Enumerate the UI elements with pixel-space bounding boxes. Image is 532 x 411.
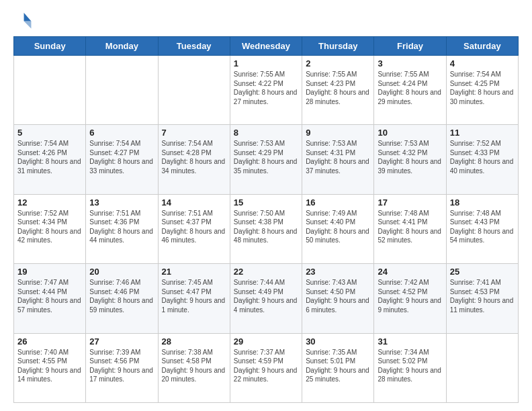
weekday-header: Saturday [446, 37, 518, 56]
weekday-header: Sunday [14, 37, 86, 56]
weekday-header-row: SundayMondayTuesdayWednesdayThursdayFrid… [14, 37, 519, 56]
day-number: 29 [234, 336, 298, 347]
calendar-cell: 23Sunrise: 7:43 AM Sunset: 4:50 PM Dayli… [302, 264, 374, 333]
day-info: Sunrise: 7:45 AM Sunset: 4:47 PM Dayligh… [162, 278, 226, 314]
calendar-week-row: 19Sunrise: 7:47 AM Sunset: 4:44 PM Dayli… [14, 264, 519, 333]
weekday-header: Friday [374, 37, 446, 56]
day-number: 23 [306, 267, 370, 277]
day-info: Sunrise: 7:51 AM Sunset: 4:36 PM Dayligh… [89, 209, 154, 245]
calendar-table: SundayMondayTuesdayWednesdayThursdayFrid… [13, 36, 519, 403]
calendar-cell: 19Sunrise: 7:47 AM Sunset: 4:44 PM Dayli… [14, 264, 86, 333]
day-info: Sunrise: 7:54 AM Sunset: 4:27 PM Dayligh… [89, 139, 154, 175]
calendar-cell: 4Sunrise: 7:54 AM Sunset: 4:25 PM Daylig… [446, 56, 518, 125]
day-info: Sunrise: 7:35 AM Sunset: 5:01 PM Dayligh… [306, 348, 370, 384]
weekday-header: Wednesday [230, 37, 302, 56]
weekday-header: Tuesday [158, 37, 230, 56]
day-info: Sunrise: 7:53 AM Sunset: 4:31 PM Dayligh… [306, 139, 370, 175]
calendar-cell: 28Sunrise: 7:38 AM Sunset: 4:58 PM Dayli… [158, 333, 230, 402]
day-info: Sunrise: 7:47 AM Sunset: 4:44 PM Dayligh… [17, 278, 82, 314]
day-number: 10 [378, 128, 442, 138]
day-number: 8 [234, 128, 298, 138]
day-info: Sunrise: 7:37 AM Sunset: 4:59 PM Dayligh… [234, 348, 298, 384]
day-number: 30 [306, 336, 370, 347]
calendar-cell [446, 333, 518, 402]
svg-marker-0 [24, 13, 32, 21]
page: SundayMondayTuesdayWednesdayThursdayFrid… [0, 0, 532, 411]
day-info: Sunrise: 7:51 AM Sunset: 4:37 PM Dayligh… [162, 209, 226, 245]
day-number: 12 [17, 197, 82, 208]
day-info: Sunrise: 7:40 AM Sunset: 4:55 PM Dayligh… [17, 348, 82, 384]
calendar-cell: 21Sunrise: 7:45 AM Sunset: 4:47 PM Dayli… [158, 264, 230, 333]
day-info: Sunrise: 7:41 AM Sunset: 4:53 PM Dayligh… [450, 278, 515, 314]
day-number: 18 [450, 197, 515, 208]
calendar-cell [86, 56, 158, 125]
calendar-week-row: 12Sunrise: 7:52 AM Sunset: 4:34 PM Dayli… [14, 194, 519, 263]
calendar-cell: 7Sunrise: 7:54 AM Sunset: 4:28 PM Daylig… [158, 125, 230, 194]
calendar-cell: 13Sunrise: 7:51 AM Sunset: 4:36 PM Dayli… [86, 194, 158, 263]
weekday-header: Thursday [302, 37, 374, 56]
calendar-cell: 2Sunrise: 7:55 AM Sunset: 4:23 PM Daylig… [302, 56, 374, 125]
day-number: 24 [378, 267, 442, 277]
day-number: 15 [234, 197, 298, 208]
day-number: 14 [162, 197, 226, 208]
day-info: Sunrise: 7:48 AM Sunset: 4:41 PM Dayligh… [378, 209, 442, 245]
day-number: 4 [450, 58, 515, 68]
calendar-body: 1Sunrise: 7:55 AM Sunset: 4:22 PM Daylig… [14, 56, 519, 403]
day-number: 31 [378, 336, 442, 347]
day-info: Sunrise: 7:49 AM Sunset: 4:40 PM Dayligh… [306, 209, 370, 245]
calendar-cell: 12Sunrise: 7:52 AM Sunset: 4:34 PM Dayli… [14, 194, 86, 263]
calendar-cell [158, 56, 230, 125]
logo [13, 11, 35, 30]
day-info: Sunrise: 7:46 AM Sunset: 4:46 PM Dayligh… [89, 278, 154, 314]
day-info: Sunrise: 7:52 AM Sunset: 4:34 PM Dayligh… [17, 209, 82, 245]
day-number: 17 [378, 197, 442, 208]
day-number: 5 [17, 128, 82, 138]
day-number: 9 [306, 128, 370, 138]
logo-icon [13, 11, 32, 30]
calendar-cell: 26Sunrise: 7:40 AM Sunset: 4:55 PM Dayli… [14, 333, 86, 402]
day-number: 7 [162, 128, 226, 138]
day-number: 11 [450, 128, 515, 138]
calendar-cell: 29Sunrise: 7:37 AM Sunset: 4:59 PM Dayli… [230, 333, 302, 402]
header [13, 11, 519, 30]
calendar-cell: 18Sunrise: 7:48 AM Sunset: 4:43 PM Dayli… [446, 194, 518, 263]
day-info: Sunrise: 7:55 AM Sunset: 4:22 PM Dayligh… [234, 70, 298, 106]
day-info: Sunrise: 7:48 AM Sunset: 4:43 PM Dayligh… [450, 209, 515, 245]
day-info: Sunrise: 7:54 AM Sunset: 4:25 PM Dayligh… [450, 70, 515, 106]
day-info: Sunrise: 7:34 AM Sunset: 5:02 PM Dayligh… [378, 348, 442, 384]
day-info: Sunrise: 7:44 AM Sunset: 4:49 PM Dayligh… [234, 278, 298, 314]
calendar-cell: 8Sunrise: 7:53 AM Sunset: 4:29 PM Daylig… [230, 125, 302, 194]
day-number: 6 [89, 128, 154, 138]
day-number: 22 [234, 267, 298, 277]
calendar-cell: 15Sunrise: 7:50 AM Sunset: 4:38 PM Dayli… [230, 194, 302, 263]
calendar-cell: 3Sunrise: 7:55 AM Sunset: 4:24 PM Daylig… [374, 56, 446, 125]
calendar-cell: 20Sunrise: 7:46 AM Sunset: 4:46 PM Dayli… [86, 264, 158, 333]
calendar-cell: 22Sunrise: 7:44 AM Sunset: 4:49 PM Dayli… [230, 264, 302, 333]
calendar-cell: 14Sunrise: 7:51 AM Sunset: 4:37 PM Dayli… [158, 194, 230, 263]
day-info: Sunrise: 7:55 AM Sunset: 4:24 PM Dayligh… [378, 70, 442, 106]
day-info: Sunrise: 7:55 AM Sunset: 4:23 PM Dayligh… [306, 70, 370, 106]
weekday-header: Monday [86, 37, 158, 56]
svg-marker-1 [24, 21, 32, 29]
calendar-cell: 31Sunrise: 7:34 AM Sunset: 5:02 PM Dayli… [374, 333, 446, 402]
calendar-cell [14, 56, 86, 125]
day-number: 26 [17, 336, 82, 347]
day-number: 27 [89, 336, 154, 347]
day-info: Sunrise: 7:38 AM Sunset: 4:58 PM Dayligh… [162, 348, 226, 384]
day-info: Sunrise: 7:53 AM Sunset: 4:32 PM Dayligh… [378, 139, 442, 175]
day-number: 21 [162, 267, 226, 277]
day-number: 3 [378, 58, 442, 68]
day-number: 25 [450, 267, 515, 277]
calendar-cell: 11Sunrise: 7:52 AM Sunset: 4:33 PM Dayli… [446, 125, 518, 194]
day-number: 28 [162, 336, 226, 347]
calendar-week-row: 5Sunrise: 7:54 AM Sunset: 4:26 PM Daylig… [14, 125, 519, 194]
day-info: Sunrise: 7:54 AM Sunset: 4:26 PM Dayligh… [17, 139, 82, 175]
calendar-cell: 5Sunrise: 7:54 AM Sunset: 4:26 PM Daylig… [14, 125, 86, 194]
day-info: Sunrise: 7:54 AM Sunset: 4:28 PM Dayligh… [162, 139, 226, 175]
calendar-cell: 1Sunrise: 7:55 AM Sunset: 4:22 PM Daylig… [230, 56, 302, 125]
day-number: 13 [89, 197, 154, 208]
day-info: Sunrise: 7:52 AM Sunset: 4:33 PM Dayligh… [450, 139, 515, 175]
day-info: Sunrise: 7:53 AM Sunset: 4:29 PM Dayligh… [234, 139, 298, 175]
calendar-cell: 9Sunrise: 7:53 AM Sunset: 4:31 PM Daylig… [302, 125, 374, 194]
calendar-cell: 27Sunrise: 7:39 AM Sunset: 4:56 PM Dayli… [86, 333, 158, 402]
